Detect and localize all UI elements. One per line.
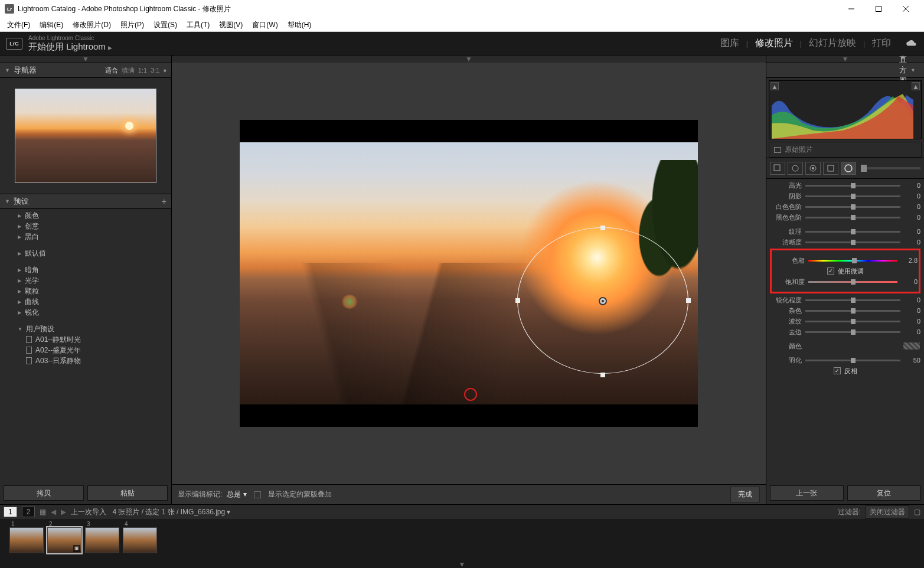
menu-window[interactable]: 窗口(W) bbox=[247, 18, 282, 31]
presets-header[interactable]: ▼ 预设 + bbox=[0, 194, 171, 209]
window-minimize-button[interactable] bbox=[838, 0, 865, 18]
nav-3to1[interactable]: 3:1 bbox=[151, 67, 159, 74]
menu-file[interactable]: 文件(F) bbox=[2, 18, 35, 31]
invert-checkbox-row[interactable]: ✓反相 bbox=[770, 365, 920, 376]
redeye-tool[interactable] bbox=[805, 162, 821, 175]
mask-handle-top[interactable] bbox=[600, 226, 605, 230]
copy-button[interactable]: 拷贝 bbox=[4, 485, 84, 501]
filmstrip-thumb[interactable]: 2▣ bbox=[47, 527, 81, 553]
add-preset-button[interactable]: + bbox=[162, 197, 166, 206]
fs-source[interactable]: 上一次导入 bbox=[71, 508, 106, 516]
spot-tool[interactable] bbox=[788, 162, 803, 175]
preset-group[interactable]: ▶光学 bbox=[0, 275, 171, 286]
paste-button[interactable]: 粘贴 bbox=[87, 485, 168, 501]
preset-group[interactable]: ▶暗角 bbox=[0, 265, 171, 275]
center-expand-top[interactable]: ▼ bbox=[172, 56, 766, 63]
brush-size-slider[interactable] bbox=[861, 167, 920, 169]
module-develop[interactable]: 修改照片 bbox=[753, 37, 795, 50]
slider-defringe[interactable]: 去边0 bbox=[770, 327, 920, 337]
slider-noise[interactable]: 杂色0 bbox=[770, 305, 920, 316]
navigator-header[interactable]: ▼ 导航器 适合 填满 1:1 3:1 ♦ bbox=[0, 63, 171, 78]
window-maximize-button[interactable] bbox=[865, 0, 892, 18]
product-label[interactable]: 开始使用 Lightroom ▶ bbox=[28, 41, 112, 53]
mask-overlay-checkbox[interactable] bbox=[254, 491, 261, 498]
filter-label: 过滤器: bbox=[838, 507, 861, 517]
slider-highlights[interactable]: 高光0 bbox=[770, 180, 920, 191]
filmstrip-thumb[interactable]: 3 bbox=[85, 527, 119, 553]
histogram-header[interactable]: 直方图 ▼ bbox=[766, 63, 924, 78]
module-print[interactable]: 打印 bbox=[870, 37, 893, 50]
slider-shadows[interactable]: 阴影0 bbox=[770, 191, 920, 201]
slider-blacks[interactable]: 黑色色阶0 bbox=[770, 212, 920, 223]
fine-tune-checkbox-row[interactable]: ✓使用微调 bbox=[773, 266, 918, 276]
mask-handle-right[interactable] bbox=[686, 298, 691, 303]
menu-photo[interactable]: 照片(P) bbox=[116, 18, 149, 31]
filmstrip-thumb[interactable]: 4 bbox=[123, 527, 157, 553]
slider-hue[interactable]: 色相2.8 bbox=[773, 255, 918, 266]
preset-item[interactable]: A03--日系静物 bbox=[0, 355, 171, 366]
mask-handle-bottom[interactable] bbox=[600, 373, 605, 377]
preset-group[interactable]: ▶黑白 bbox=[0, 231, 171, 242]
reset-button[interactable]: 复位 bbox=[847, 485, 921, 501]
nav-1to1[interactable]: 1:1 bbox=[138, 67, 147, 74]
filmstrip-collapse[interactable]: ▼ bbox=[0, 561, 924, 568]
color-swatch[interactable] bbox=[903, 342, 920, 350]
previous-button[interactable]: 上一张 bbox=[770, 485, 844, 501]
radial-tool[interactable] bbox=[841, 162, 856, 175]
fs-filename: IMG_6636.jpg bbox=[181, 508, 225, 516]
preset-item[interactable]: A01--静默时光 bbox=[0, 334, 171, 345]
left-expand-top[interactable]: ▼ bbox=[0, 56, 171, 63]
menu-view[interactable]: 视图(V) bbox=[214, 18, 247, 31]
slider-texture[interactable]: 纹理0 bbox=[770, 226, 920, 237]
window-close-button[interactable] bbox=[892, 0, 919, 18]
slider-saturation[interactable]: 饱和度0 bbox=[773, 276, 918, 287]
slider-whites[interactable]: 白色色阶0 bbox=[770, 201, 920, 212]
navigator-preview[interactable] bbox=[0, 78, 171, 194]
crop-tool[interactable] bbox=[770, 162, 785, 175]
preset-group[interactable]: ▶创意 bbox=[0, 221, 171, 231]
done-button[interactable]: 完成 bbox=[730, 487, 760, 502]
mask-center-pin[interactable] bbox=[599, 297, 607, 305]
menu-help[interactable]: 帮助(H) bbox=[283, 18, 316, 31]
color-row[interactable]: 颜色 bbox=[770, 341, 920, 351]
module-library[interactable]: 图库 bbox=[718, 37, 742, 50]
preview-image[interactable] bbox=[240, 120, 698, 427]
cloud-sync-icon[interactable] bbox=[905, 40, 918, 48]
slider-moire[interactable]: 波纹0 bbox=[770, 316, 920, 327]
gradient-tool[interactable] bbox=[823, 162, 838, 175]
secondary-display-button[interactable]: 2 bbox=[22, 507, 35, 517]
preset-group[interactable]: ▶颜色 bbox=[0, 210, 171, 221]
original-photo-toggle[interactable]: 原始照片 bbox=[769, 142, 922, 158]
preset-user-group[interactable]: ▼用户预设 bbox=[0, 324, 171, 334]
preset-group[interactable]: ▶颗粒 bbox=[0, 286, 171, 296]
nav-forward-icon[interactable]: ▶ bbox=[61, 508, 66, 516]
thumb-badge-icon: ▣ bbox=[73, 545, 80, 552]
menu-develop[interactable]: 修改照片(D) bbox=[68, 18, 116, 31]
nav-back-icon[interactable]: ◀ bbox=[51, 508, 56, 516]
menu-tools[interactable]: 工具(T) bbox=[182, 18, 214, 31]
preset-group[interactable]: ▶曲线 bbox=[0, 296, 171, 307]
show-edit-label: 显示编辑标记: bbox=[178, 489, 222, 500]
slider-feather[interactable]: 羽化50 bbox=[770, 355, 920, 365]
nav-fit[interactable]: 适合 bbox=[105, 66, 118, 75]
preset-group[interactable]: ▶默认值 bbox=[0, 248, 171, 259]
histogram[interactable]: ▲ ▲ bbox=[769, 80, 922, 139]
svg-rect-1 bbox=[876, 6, 881, 12]
center-panel: ▼ 显示编辑标记: bbox=[172, 56, 766, 504]
filmstrip-thumb[interactable]: 1 bbox=[9, 527, 44, 553]
nav-fill[interactable]: 填满 bbox=[122, 66, 135, 75]
grid-icon[interactable]: ▦ bbox=[40, 508, 46, 516]
preset-group[interactable]: ▶锐化 bbox=[0, 307, 171, 318]
menu-settings[interactable]: 设置(S) bbox=[149, 18, 182, 31]
slider-clarity[interactable]: 清晰度0 bbox=[770, 237, 920, 247]
filter-lock-icon[interactable]: ▢ bbox=[914, 508, 920, 516]
mask-handle-left[interactable] bbox=[515, 298, 520, 303]
canvas-area[interactable] bbox=[172, 63, 766, 484]
primary-display-button[interactable]: 1 bbox=[4, 507, 17, 517]
slider-sharpness[interactable]: 锐化程度0 bbox=[770, 295, 920, 305]
menu-edit[interactable]: 编辑(E) bbox=[35, 18, 68, 31]
module-slideshow[interactable]: 幻灯片放映 bbox=[807, 37, 858, 50]
preset-item[interactable]: A02--盛夏光年 bbox=[0, 345, 171, 355]
close-filter-button[interactable]: 关闭过滤器 bbox=[866, 505, 909, 519]
show-edit-dropdown[interactable]: 总是 ▾ bbox=[227, 489, 246, 500]
